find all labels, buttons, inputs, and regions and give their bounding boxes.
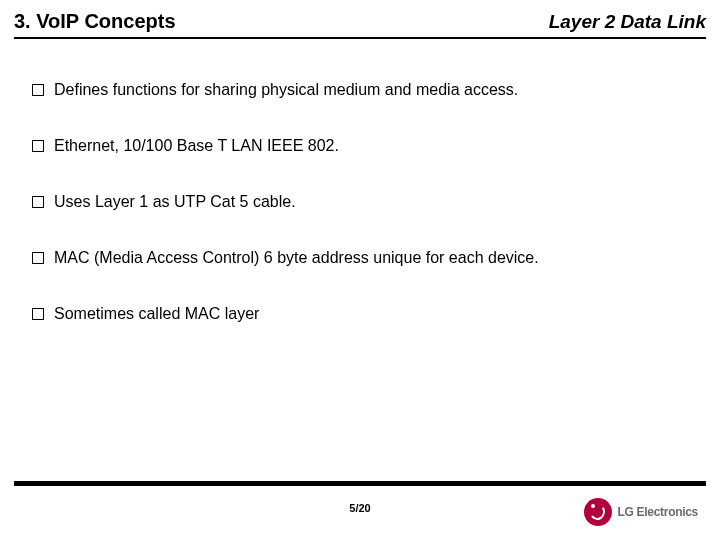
lg-face-icon [584,498,612,526]
bullet-text: MAC (Media Access Control) 6 byte addres… [54,249,539,267]
square-bullet-icon [32,196,44,208]
list-item: MAC (Media Access Control) 6 byte addres… [32,249,692,267]
square-bullet-icon [32,252,44,264]
list-item: Ethernet, 10/100 Base T LAN IEEE 802. [32,137,692,155]
square-bullet-icon [32,140,44,152]
brand-name: LG Electronics [618,505,699,519]
list-item: Sometimes called MAC layer [32,305,692,323]
bullet-text: Defines functions for sharing physical m… [54,81,518,99]
bullet-text: Uses Layer 1 as UTP Cat 5 cable. [54,193,296,211]
slide-content: Defines functions for sharing physical m… [0,39,720,323]
footer-divider [14,481,706,486]
bullet-text: Ethernet, 10/100 Base T LAN IEEE 802. [54,137,339,155]
list-item: Uses Layer 1 as UTP Cat 5 cable. [32,193,692,211]
square-bullet-icon [32,84,44,96]
section-title: 3. VoIP Concepts [14,10,176,33]
bullet-text: Sometimes called MAC layer [54,305,259,323]
brand-logo: LG Electronics [584,498,699,526]
square-bullet-icon [32,308,44,320]
slide-title: Layer 2 Data Link [549,11,706,33]
list-item: Defines functions for sharing physical m… [32,81,692,99]
slide-header: 3. VoIP Concepts Layer 2 Data Link [0,0,720,37]
